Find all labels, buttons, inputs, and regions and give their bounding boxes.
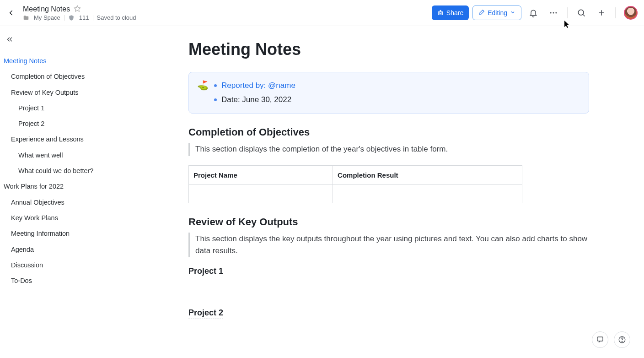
- col-header[interactable]: Project Name: [189, 165, 333, 184]
- sub-heading[interactable]: Project 2: [188, 308, 589, 319]
- quote-block[interactable]: This section displays the completion of …: [188, 143, 589, 156]
- reported-by-line[interactable]: Reported by: @name: [221, 79, 295, 93]
- outline-item[interactable]: Work Plans for 2022: [4, 179, 147, 194]
- shield-icon: [68, 15, 75, 21]
- outline-item[interactable]: Key Work Plans: [4, 210, 147, 226]
- svg-point-12: [622, 341, 622, 342]
- outline-item-meeting-notes[interactable]: Meeting Notes: [4, 53, 147, 69]
- table-row[interactable]: [189, 184, 522, 203]
- outline-item[interactable]: Agenda: [4, 242, 147, 257]
- outline-item[interactable]: Experience and Lessons: [4, 131, 147, 147]
- doc-title[interactable]: Meeting Notes: [23, 5, 70, 13]
- callout-block[interactable]: ⛳ Reported by: @name Date: June 30, 2022: [188, 72, 589, 114]
- pencil-icon: [478, 9, 485, 17]
- flag-icon: ⛳: [197, 79, 209, 107]
- save-status: Saved to cloud: [97, 14, 136, 22]
- page-title[interactable]: Meeting Notes: [188, 40, 589, 59]
- user-avatar[interactable]: [624, 6, 638, 20]
- editing-mode-button[interactable]: Editing: [472, 5, 521, 20]
- search-button[interactable]: [573, 5, 590, 21]
- svg-line-7: [583, 15, 585, 16]
- folder-icon: [23, 15, 29, 21]
- outline-item[interactable]: Annual Objectives: [4, 195, 147, 210]
- objectives-table[interactable]: Project Name Completion Result: [188, 165, 522, 203]
- section-heading[interactable]: Completion of Objectives: [188, 126, 589, 138]
- bullet-icon: [214, 84, 217, 87]
- bullet-icon: [214, 98, 217, 101]
- collapse-sidebar-button[interactable]: [4, 35, 147, 45]
- outline-item[interactable]: What went well: [4, 147, 147, 163]
- outline-item[interactable]: Review of Key Outputs: [4, 85, 147, 100]
- chevron-down-icon: [510, 9, 515, 16]
- star-icon[interactable]: [74, 5, 81, 12]
- svg-rect-10: [597, 337, 603, 341]
- svg-rect-1: [440, 12, 441, 14]
- outline-item[interactable]: Meeting Information: [4, 226, 147, 241]
- svg-point-3: [550, 12, 552, 14]
- sub-heading[interactable]: Project 1: [188, 266, 589, 276]
- outline-item[interactable]: Project 2: [4, 116, 147, 131]
- add-button[interactable]: [593, 5, 610, 21]
- quote-block[interactable]: This section displays the key outputs th…: [188, 233, 589, 258]
- back-button[interactable]: [3, 5, 19, 21]
- space-name[interactable]: My Space: [34, 14, 60, 22]
- badge-number[interactable]: 111: [79, 14, 89, 22]
- date-line[interactable]: Date: June 30, 2022: [221, 93, 291, 107]
- feedback-button[interactable]: [592, 331, 608, 348]
- col-header[interactable]: Completion Result: [333, 165, 522, 184]
- share-button[interactable]: Share: [432, 5, 469, 20]
- topbar: Meeting Notes My Space 111 Saved to clou…: [0, 0, 644, 26]
- outline-item[interactable]: What could we do better?: [4, 163, 147, 179]
- svg-marker-0: [75, 6, 80, 12]
- svg-point-5: [555, 12, 557, 14]
- outline-item[interactable]: Discussion: [4, 257, 147, 273]
- outline-sidebar: Meeting Notes Completion of Objectives R…: [0, 26, 151, 358]
- help-button[interactable]: [614, 331, 630, 348]
- share-icon: [437, 9, 444, 17]
- outline-item[interactable]: To-Dos: [4, 273, 147, 288]
- svg-point-4: [553, 12, 554, 14]
- notifications-button[interactable]: [525, 5, 542, 21]
- outline-item[interactable]: Project 1: [4, 100, 147, 116]
- section-heading[interactable]: Review of Key Outputs: [188, 216, 589, 228]
- document-body[interactable]: Meeting Notes ⛳ Reported by: @name Date:…: [151, 26, 644, 358]
- more-menu-button[interactable]: [545, 5, 562, 21]
- outline-item[interactable]: Completion of Objectives: [4, 69, 147, 84]
- svg-point-6: [578, 10, 584, 15]
